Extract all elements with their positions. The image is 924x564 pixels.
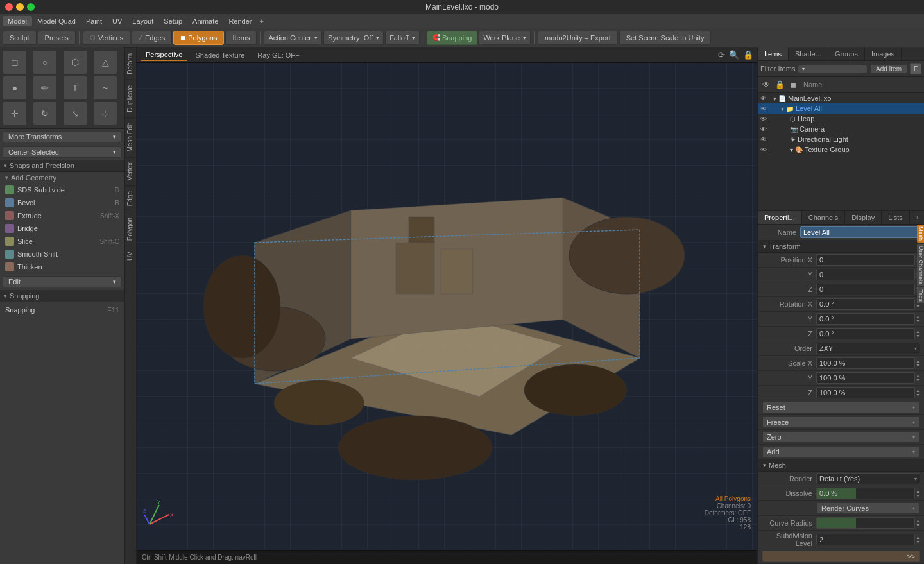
tool-extrude[interactable]: Extrude Shift-X — [0, 209, 124, 222]
rotation-y-arrows[interactable]: ▲▼ — [916, 314, 920, 323]
subdivision-value[interactable]: 2 — [816, 534, 915, 545]
subdivision-arrows[interactable]: ▲▼ — [916, 535, 920, 544]
tool-slice[interactable]: Slice Shift-C — [0, 235, 124, 248]
tool-pen[interactable]: ✏ — [33, 76, 57, 100]
tags-side-tab[interactable]: Tags — [917, 287, 924, 303]
render-value[interactable]: Default (Yes) — [816, 473, 920, 484]
mesh-section-header[interactable]: Mesh — [758, 459, 924, 472]
tool-cube[interactable]: ⬡ — [63, 50, 87, 74]
scale-z-value[interactable]: 100.0 % — [816, 387, 915, 398]
vert-tab-duplicate[interactable]: Duplicate — [125, 80, 136, 117]
add-button[interactable]: Add — [762, 446, 920, 457]
position-y-value[interactable]: 0 — [816, 269, 915, 280]
rotation-y-value[interactable]: 0.0 ° — [816, 313, 915, 325]
tool-text[interactable]: T — [63, 76, 87, 100]
render-curves-button[interactable]: Render Curves — [817, 502, 920, 514]
name-value[interactable]: Level All — [800, 226, 920, 238]
props-tab-properties[interactable]: Properti... — [758, 211, 802, 224]
work-plane-dropdown[interactable]: Work Plane — [479, 31, 531, 45]
freeze-button[interactable]: Freeze — [762, 416, 920, 428]
falloff-dropdown[interactable]: Falloff — [385, 31, 420, 45]
scene-item-camera[interactable]: 👁 📷 Camera — [758, 124, 924, 134]
action-center-dropdown[interactable]: Action Center — [264, 31, 322, 45]
vert-tab-mesh-edit[interactable]: Mesh Edit — [125, 117, 136, 157]
vert-tab-deform[interactable]: Deform — [125, 47, 136, 80]
scene-item-texture-group[interactable]: 👁 ▾ 🎨 Texture Group — [758, 144, 924, 155]
menu-model[interactable]: Model — [3, 16, 32, 26]
zero-button[interactable]: Zero — [762, 431, 920, 443]
minimize-button[interactable] — [16, 3, 24, 11]
presets-button[interactable]: Presets — [38, 31, 76, 45]
tool-thicken[interactable]: Thicken — [0, 261, 124, 273]
edit-dropdown[interactable]: Edit — [3, 276, 122, 287]
tool-select[interactable]: ◻ — [3, 50, 27, 74]
menu-animate[interactable]: Animate — [187, 16, 223, 26]
symmetry-dropdown[interactable]: Symmetry: Off — [323, 31, 384, 45]
filter-f-button[interactable]: F — [910, 63, 921, 74]
tool-curve[interactable]: ~ — [93, 76, 117, 100]
tab-items[interactable]: Items — [758, 47, 789, 60]
order-value[interactable]: ZXY — [816, 343, 920, 354]
expand-button[interactable]: >> — [762, 551, 920, 562]
scene-item-directional[interactable]: 👁 ☀ Directional Light — [758, 134, 924, 144]
menu-render[interactable]: Render — [223, 16, 257, 26]
props-tab-lists[interactable]: Lists — [882, 211, 910, 224]
props-tab-channels[interactable]: Channels — [802, 211, 845, 224]
tab-groups[interactable]: Groups — [828, 47, 865, 60]
snaps-precision-header[interactable]: Snaps and Precision — [0, 160, 124, 172]
menu-plus[interactable]: + — [257, 16, 266, 26]
add-item-button[interactable]: Add Item — [870, 64, 907, 74]
eye-levelall[interactable]: 👁 — [760, 105, 771, 112]
set-scene-scale-button[interactable]: Set Scene Scale to Unity — [619, 31, 712, 45]
sculpt-button[interactable]: Sculpt — [3, 31, 37, 45]
scale-y-value[interactable]: 100.0 % — [816, 372, 915, 384]
tool-bevel[interactable]: Bevel B — [0, 196, 124, 209]
viewport-lock-icon[interactable]: 🔒 — [743, 50, 753, 60]
props-tab-plus[interactable]: + — [910, 211, 924, 224]
snapping-button[interactable]: 🧲 Snapping — [427, 31, 478, 45]
scale-z-arrows[interactable]: ▲▼ — [916, 388, 920, 397]
rotation-z-value[interactable]: 0.0 ° — [816, 328, 915, 339]
curve-radius-arrows[interactable]: ▲▼ — [916, 518, 920, 527]
tree-eye-icon[interactable]: 👁 — [760, 79, 772, 90]
menu-setup[interactable]: Setup — [158, 16, 187, 26]
curve-radius-value[interactable] — [816, 517, 915, 529]
dissolve-value[interactable]: 0.0 % — [816, 488, 915, 499]
scale-y-arrows[interactable]: ▲▼ — [916, 373, 920, 382]
mesh-side-tab[interactable]: Mesh — [917, 225, 924, 243]
viewport-3d[interactable]: All Polygons Channels: 0 Deformers: OFF … — [137, 63, 757, 550]
tool-scale[interactable]: ⤡ — [63, 101, 87, 126]
eye-camera[interactable]: 👁 — [760, 126, 771, 133]
eye-heap[interactable]: 👁 — [760, 115, 771, 123]
tab-shade[interactable]: Shade... — [789, 47, 828, 60]
position-z-value[interactable]: 0 — [816, 284, 915, 295]
tree-lock-icon[interactable]: 🔒 — [774, 79, 785, 90]
close-button[interactable] — [5, 3, 13, 11]
polygons-button[interactable]: ◼ Polygons — [173, 31, 224, 45]
tool-sds-subdivide[interactable]: SDS Subdivide D — [0, 184, 124, 196]
vert-tab-polygon[interactable]: Polygon — [125, 212, 136, 246]
reset-button[interactable]: Reset — [762, 402, 920, 413]
tool-smooth-shift[interactable]: Smooth Shift — [0, 248, 124, 261]
rotation-x-value[interactable]: 0.0 ° — [816, 298, 915, 310]
tool-move[interactable]: ✛ — [3, 101, 27, 126]
more-transforms-dropdown[interactable]: More Transforms — [3, 131, 122, 142]
scale-x-value[interactable]: 100.0 % — [816, 357, 915, 369]
eye-texture[interactable]: 👁 — [760, 146, 771, 153]
tool-rotate[interactable]: ↻ — [33, 101, 57, 126]
viewport-home-icon[interactable]: ⟳ — [718, 50, 725, 60]
edges-button[interactable]: ╱ Edges — [132, 31, 172, 45]
scene-item-levelall[interactable]: 👁 ▾ 📁 Level All — [758, 103, 924, 114]
snapping-header[interactable]: Snapping — [0, 290, 124, 302]
menu-layout[interactable]: Layout — [127, 16, 158, 26]
filter-dropdown[interactable] — [798, 65, 868, 73]
props-tab-display[interactable]: Display — [845, 211, 882, 224]
vertices-button[interactable]: ⬡ Vertices — [83, 31, 130, 45]
tool-circle[interactable]: ○ — [33, 50, 57, 74]
dissolve-arrows[interactable]: ▲▼ — [916, 489, 920, 498]
eye-directional[interactable]: 👁 — [760, 136, 771, 143]
tab-images[interactable]: Images — [865, 47, 902, 60]
scene-item-heap[interactable]: 👁 ⬡ Heap — [758, 114, 924, 124]
tool-bridge[interactable]: Bridge — [0, 222, 124, 235]
maximize-button[interactable] — [27, 3, 35, 11]
